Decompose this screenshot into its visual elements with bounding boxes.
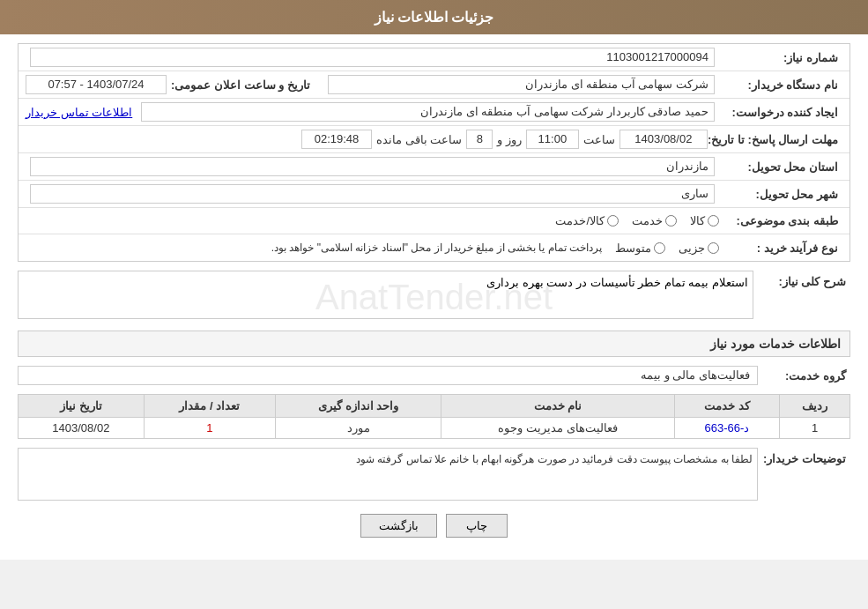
purchase-type-motavasset[interactable]: متوسط (615, 241, 665, 255)
date-label: تاریخ و ساعت اعلان عمومی: (171, 78, 315, 92)
category-option-khedmat[interactable]: خدمت (632, 214, 677, 227)
response-day-label: روز و (497, 133, 522, 146)
cell-row-num: 1 (780, 418, 850, 439)
buyer-description-content: لطفا به مشخصات پیوست دقت فرمائید در صورت… (18, 448, 762, 501)
services-table: ردیف کد خدمت نام خدمت واحد اندازه گیری ت… (18, 394, 850, 439)
cell-service-name: فعالیت‌های مدیریت وجوه (441, 418, 675, 439)
buyer-description-section: توضیحات خریدار: لطفا به مشخصات پیوست دقت… (18, 448, 850, 501)
col-quantity: تعداد / مقدار (144, 395, 275, 418)
date-value: 1403/07/24 - 07:57 (26, 75, 167, 94)
city-label: شهر محل تحویل: (719, 188, 842, 201)
response-time-label: ساعت (583, 133, 615, 146)
need-number-label: شماره نیاز: (719, 51, 842, 64)
contact-link[interactable]: اطلاعات تماس خریدار (26, 106, 132, 119)
col-row: ردیف (780, 395, 850, 418)
response-time: 11:00 (526, 130, 579, 149)
group-service-label: گروه خدمت: (762, 369, 850, 382)
need-description-row: شرح کلی نیاز: (18, 271, 850, 322)
group-service-value: فعالیت‌های مالی و بیمه (18, 366, 758, 385)
purchase-type-jozi[interactable]: جزیی (679, 241, 719, 255)
category-radio-group: کالا خدمت کالا/خدمت (555, 214, 719, 227)
group-service-row: گروه خدمت: فعالیت‌های مالی و بیمه (18, 366, 850, 385)
category-option-kala-khedmat[interactable]: کالا/خدمت (555, 214, 619, 227)
buyer-org-date-row: نام دستگاه خریدار: شرکت سهامی آب منطقه ا… (19, 71, 849, 99)
category-radio-kala[interactable] (708, 215, 719, 227)
creator-row: ایجاد کننده درخواست: حمید صادقی کاربردار… (19, 99, 849, 126)
purchase-type-radio-jozi[interactable] (708, 242, 719, 254)
col-date: تاریخ نیاز (19, 395, 145, 418)
category-label-kala-khedmat: کالا/خدمت (555, 214, 605, 227)
need-description-label: شرح کلی نیاز: (753, 271, 850, 288)
response-remaining: 02:19:48 (301, 130, 372, 149)
services-table-header-row: ردیف کد خدمت نام خدمت واحد اندازه گیری ت… (19, 395, 850, 418)
creator-value: حمید صادقی کاربردار شرکت سهامی آب منطقه … (141, 102, 715, 122)
creator-label: ایجاد کننده درخواست: (719, 106, 842, 119)
response-deadline-row: مهلت ارسال پاسخ: تا تاریخ: 1403/08/02 سا… (19, 126, 849, 153)
purchase-type-label-motavasset: متوسط (615, 241, 651, 255)
purchase-type-note: پرداخت تمام یا بخشی از مبلغ خریدار از مح… (271, 241, 602, 254)
need-number-value: 1103001217000094 (30, 48, 715, 67)
cell-unit: مورد (275, 418, 441, 439)
buyer-org-value: شرکت سهامی آب منطقه ای مازندران (328, 75, 715, 94)
buyer-org-label: نام دستگاه خریدار: (719, 78, 842, 92)
province-label: استان محل تحویل: (719, 160, 842, 174)
response-date: 1403/08/02 (619, 130, 708, 149)
response-days: 8 (466, 130, 493, 149)
city-value: ساری (30, 184, 715, 204)
purchase-type-radio-group: جزیی متوسط (615, 241, 719, 255)
purchase-type-row: نوع فرآیند خرید : جزیی متوسط پرداخت تمام… (19, 234, 849, 261)
buyer-description-label: توضیحات خریدار: (762, 448, 850, 465)
response-deadline-label: مهلت ارسال پاسخ: تا تاریخ: (708, 133, 842, 146)
category-option-kala[interactable]: کالا (690, 214, 719, 227)
cell-date: 1403/08/02 (19, 418, 145, 439)
table-row: 1 د-66-663 فعالیت‌های مدیریت وجوه مورد 1… (19, 418, 850, 439)
print-button[interactable]: چاپ (446, 514, 508, 538)
need-description-section: شرح کلی نیاز: (18, 271, 850, 322)
page-header: جزئیات اطلاعات نیاز (0, 0, 868, 34)
services-table-header: ردیف کد خدمت نام خدمت واحد اندازه گیری ت… (19, 395, 850, 418)
category-label-khedmat: خدمت (632, 214, 663, 227)
purchase-type-radio-motavasset[interactable] (654, 242, 665, 254)
col-unit: واحد اندازه گیری (275, 395, 441, 418)
province-value: مازندران (30, 157, 715, 176)
col-service-name: نام خدمت (441, 395, 675, 418)
need-description-content (18, 271, 753, 322)
buyer-description-box: لطفا به مشخصات پیوست دقت فرمائید در صورت… (18, 448, 758, 501)
purchase-type-label-jozi: جزیی (679, 241, 705, 255)
services-section-title: اطلاعات خدمات مورد نیاز (18, 330, 850, 357)
info-section: شماره نیاز: 1103001217000094 نام دستگاه … (18, 43, 850, 262)
category-radio-kala-khedmat[interactable] (607, 215, 619, 227)
need-description-textarea[interactable] (18, 271, 753, 319)
province-row: استان محل تحویل: مازندران (19, 153, 849, 181)
main-content: AnatTender.net شماره نیاز: 1103001217000… (0, 34, 868, 560)
purchase-type-label: نوع فرآیند خرید : (719, 241, 842, 255)
response-remaining-label: ساعت باقی مانده (376, 133, 462, 146)
category-radio-khedmat[interactable] (665, 215, 677, 227)
back-button[interactable]: بازگشت (360, 514, 437, 538)
buttons-row: چاپ بازگشت (18, 514, 850, 538)
category-label: طبقه بندی موضوعی: (719, 214, 842, 227)
category-row: طبقه بندی موضوعی: کالا خدمت کالا/خدمت (19, 208, 849, 234)
city-row: شهر محل تحویل: ساری (19, 181, 849, 208)
cell-quantity: 1 (144, 418, 275, 439)
need-number-row: شماره نیاز: 1103001217000094 (19, 44, 849, 71)
cell-service-code: د-66-663 (674, 418, 779, 439)
page-title: جزئیات اطلاعات نیاز (375, 10, 494, 25)
services-table-body: 1 د-66-663 فعالیت‌های مدیریت وجوه مورد 1… (19, 418, 850, 439)
col-service-code: کد خدمت (674, 395, 779, 418)
main-container: جزئیات اطلاعات نیاز AnatTender.net شماره… (0, 0, 868, 560)
category-label-kala: کالا (690, 214, 705, 227)
